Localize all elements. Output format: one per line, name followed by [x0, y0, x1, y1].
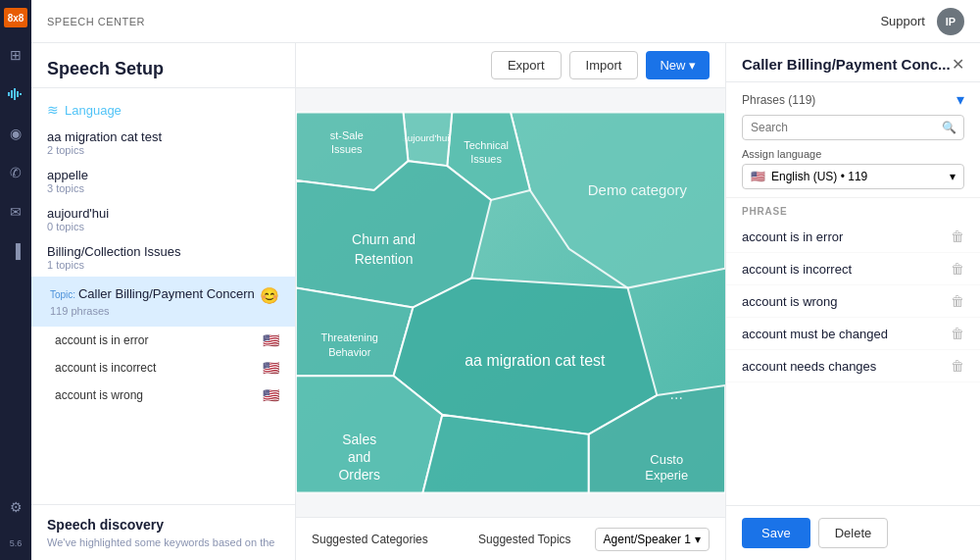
trash-icon-1[interactable]: 🗑 [951, 229, 964, 244]
right-panel-title: Caller Billing/Payment Conc... [742, 56, 951, 73]
phrase-text-2: account is incorrect [742, 262, 852, 277]
import-button[interactable]: Import [569, 51, 639, 79]
phrases-section: Phrases (119) ▾ 🔍 Assign language 🇺🇸 Eng… [726, 82, 980, 198]
svg-rect-2 [14, 88, 16, 100]
toolbar-row: Export Import New ▾ [296, 43, 725, 88]
sidebar-item-aa-migration[interactable]: aa migration cat test 2 topics [31, 124, 295, 162]
sidebar-item-appelle[interactable]: appelle 3 topics [31, 162, 295, 200]
svg-text:Issues: Issues [331, 143, 363, 155]
emoji-icon[interactable]: 😊 [260, 286, 279, 305]
flag-icon-1: 🇺🇸 [263, 332, 279, 348]
trash-icon-5[interactable]: 🗑 [951, 358, 964, 374]
search-input[interactable] [742, 115, 964, 140]
sidebar-phrase-3[interactable]: account is wrong 🇺🇸 [31, 382, 295, 409]
svg-text:Custo: Custo [650, 452, 683, 467]
phrases-chevron-icon[interactable]: ▾ [956, 90, 964, 109]
svg-rect-1 [11, 90, 13, 98]
nav-chart[interactable]: ▐ [4, 239, 27, 263]
trash-icon-4[interactable]: 🗑 [951, 326, 964, 341]
svg-rect-0 [8, 92, 10, 96]
phrase-row-4[interactable]: account must be changed 🗑 [726, 318, 980, 350]
main-container: SPEECH CENTER Support IP Speech Setup ≋ … [31, 0, 980, 560]
trash-icon-3[interactable]: 🗑 [951, 293, 964, 309]
flag-icon-3: 🇺🇸 [263, 387, 279, 403]
svg-text:Experie: Experie [645, 468, 688, 483]
discovery-text: We've highlighted some keywords based on… [47, 536, 279, 548]
phrase-list: account is in error 🗑 account is incorre… [726, 221, 980, 505]
content-area: Speech Setup ≋ Language aa migration cat… [31, 43, 980, 560]
assign-language-label: Assign language [742, 148, 964, 160]
phrase-row-3[interactable]: account is wrong 🗑 [726, 285, 980, 318]
nav-grid[interactable]: ⊞ [4, 43, 27, 67]
language-value: English (US) • 119 [771, 170, 867, 183]
nav-eye[interactable]: ◉ [4, 122, 27, 145]
support-link[interactable]: Support [880, 14, 925, 28]
phrase-section-header: PHRASE [726, 198, 980, 221]
sidebar-topic-caller-billing[interactable]: Topic: Caller Billing/Payment Concern 😊 … [31, 277, 295, 327]
agent-speaker-select[interactable]: Agent/Speaker 1 ▾ [595, 528, 710, 551]
right-panel-header: Caller Billing/Payment Conc... ✕ [726, 43, 980, 82]
search-icon: 🔍 [942, 121, 956, 134]
phrase-row-2[interactable]: account is incorrect 🗑 [726, 253, 980, 285]
suggested-categories-label: Suggested Categories [312, 533, 428, 546]
new-button[interactable]: New ▾ [646, 51, 710, 79]
sidebar-discovery: Speech discovery We've highlighted some … [31, 504, 295, 560]
sidebar-phrase-2[interactable]: account is incorrect 🇺🇸 [31, 354, 295, 382]
search-wrapper: 🔍 [742, 115, 964, 140]
sidebar-title: Speech Setup [31, 43, 295, 88]
sidebar-language[interactable]: ≋ Language [31, 96, 295, 124]
save-button[interactable]: Save [742, 518, 810, 548]
svg-text:Orders: Orders [338, 467, 380, 483]
phrase-text-3: account is wrong [742, 294, 838, 309]
svg-text:aujourd'hui: aujourd'hui [402, 132, 449, 143]
nav-waveform[interactable] [4, 82, 27, 106]
export-button[interactable]: Export [491, 51, 562, 79]
svg-text:Retention: Retention [355, 251, 414, 267]
app-logo[interactable]: 8x8 [4, 8, 27, 27]
nav-phone[interactable]: ✆ [4, 161, 27, 184]
svg-text:aa migration cat test: aa migration cat test [465, 352, 606, 369]
right-panel: Caller Billing/Payment Conc... ✕ Phrases… [725, 43, 980, 560]
sidebar-item-aujourdhui[interactable]: aujourd'hui 0 topics [31, 200, 295, 238]
sidebar-scroll: ≋ Language aa migration cat test 2 topic… [31, 88, 295, 504]
phrase-text-1: account is in error [742, 229, 843, 244]
trash-icon-2[interactable]: 🗑 [951, 261, 964, 277]
phrase-row-1[interactable]: account is in error 🗑 [726, 221, 980, 253]
svg-text:Demo category: Demo category [588, 181, 688, 198]
top-bar: SPEECH CENTER Support IP [31, 0, 980, 43]
phrase-text-4: account must be changed [742, 327, 888, 341]
sidebar-item-billing[interactable]: Billing/Collection Issues 1 topics [31, 238, 295, 277]
visualization-container: Demo category Technical Issues aujourd'h… [296, 88, 725, 517]
close-icon[interactable]: ✕ [952, 55, 964, 74]
icon-bar: 8x8 ⊞ ◉ ✆ ✉ ▐ ⚙ 5.6 [0, 0, 31, 560]
flag-icon-2: 🇺🇸 [263, 360, 279, 376]
agent-speaker-value: Agent/Speaker 1 [604, 533, 691, 546]
sidebar-language-label: Language [65, 103, 122, 118]
sidebar-phrase-1[interactable]: account is in error 🇺🇸 [31, 327, 295, 354]
phrases-section-header[interactable]: Phrases (119) ▾ [742, 90, 964, 109]
topic-badge: Topic: [50, 289, 78, 300]
sidebar: Speech Setup ≋ Language aa migration cat… [31, 43, 296, 560]
svg-text:Technical: Technical [464, 139, 509, 151]
svg-text:Behavior: Behavior [328, 346, 371, 358]
svg-text:Issues: Issues [470, 153, 502, 165]
language-flag: 🇺🇸 [751, 170, 765, 183]
version-label: 5.6 [10, 535, 23, 552]
nav-settings[interactable]: ⚙ [4, 495, 27, 519]
nav-mail[interactable]: ✉ [4, 200, 27, 224]
language-select[interactable]: 🇺🇸 English (US) • 119 ▾ [742, 164, 964, 189]
phrase-text-5: account needs changes [742, 359, 876, 374]
top-bar-title: SPEECH CENTER [47, 16, 145, 27]
discovery-title: Speech discovery [47, 517, 279, 533]
svg-text:Threatening: Threatening [321, 331, 378, 343]
delete-button[interactable]: Delete [818, 518, 889, 548]
topic-meta: 119 phrases [50, 305, 279, 317]
svg-text:Sales: Sales [342, 432, 376, 447]
phrase-row-5[interactable]: account needs changes 🗑 [726, 350, 980, 382]
center-area: Export Import New ▾ [296, 43, 725, 560]
agent-speaker-chevron: ▾ [695, 533, 701, 546]
svg-text:and: and [348, 449, 370, 465]
svg-rect-3 [17, 91, 19, 97]
svg-text:···: ··· [670, 389, 683, 406]
user-avatar[interactable]: IP [937, 8, 964, 35]
